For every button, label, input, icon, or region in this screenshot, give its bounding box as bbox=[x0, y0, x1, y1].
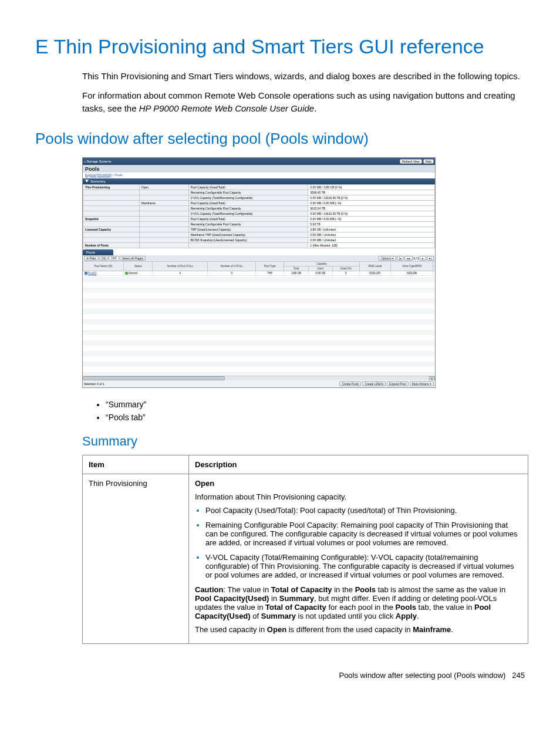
col-num-vvols[interactable]: Number of V-VOLs bbox=[208, 261, 256, 271]
pool-link[interactable]: Pool(0) bbox=[88, 272, 97, 275]
cell-usedp: 0 bbox=[332, 271, 359, 275]
col-num-pool-vols[interactable]: Number of Pool VOLs bbox=[153, 261, 208, 271]
col-raid[interactable]: RAID Level bbox=[359, 261, 390, 271]
col-udt-w[interactable]: Warning bbox=[433, 266, 435, 271]
select-all-pages-button[interactable]: Select All Pages bbox=[120, 256, 146, 261]
breadcrumb-explorer-link[interactable]: Explorer(S/N:64030) bbox=[85, 173, 112, 177]
cell-ptype: THP bbox=[256, 271, 284, 275]
status-icon bbox=[125, 272, 128, 275]
summary-cell: BC/SS Snapshot (Used/Licensed Capacity) bbox=[188, 237, 308, 242]
create-pools-button[interactable]: Create Pools bbox=[339, 382, 361, 386]
page-next-icon[interactable]: ▸ bbox=[420, 256, 426, 261]
summary-cell bbox=[83, 205, 140, 211]
summary-cell: Snapshot bbox=[83, 216, 140, 221]
intro-p1: This Thin Provisioning and Smart Tiers w… bbox=[82, 70, 525, 83]
col-cap-used[interactable]: Used bbox=[308, 266, 332, 271]
horizontal-scrollbar[interactable]: ▸ bbox=[83, 376, 435, 380]
summary-row: Remaining Configurable Pool Capacity5.93… bbox=[83, 221, 435, 227]
summary-cell: Pool Capacity (Used/Total) bbox=[188, 216, 308, 221]
filter-button[interactable]: ✲ Filter bbox=[84, 256, 99, 261]
summary-cell bbox=[139, 242, 188, 248]
summary-cell: Open bbox=[139, 184, 188, 190]
page-footer: Pools window after selecting pool (Pools… bbox=[35, 671, 525, 680]
bullet-pools-tab[interactable]: “Pools tab” bbox=[106, 413, 525, 422]
summary-cell: 0.00 MB / 13018.36 TB [0 %] bbox=[308, 195, 435, 200]
top-bar: « Storage Systems Refresh View Help bbox=[83, 158, 435, 165]
summary-cell: Mainframe THP (Used/Licensed Capacity) bbox=[188, 232, 308, 237]
cell-status: Normal bbox=[129, 272, 137, 275]
intro-p2c: . bbox=[314, 103, 316, 113]
summary-cell: 0.00 MB / 0.00 MB [- %] bbox=[308, 200, 435, 205]
summary-heading: Summary bbox=[82, 434, 525, 449]
summary-cell: 0.00 MB / Unlimited bbox=[308, 237, 435, 242]
col-cap-used-pct[interactable]: Used (%) bbox=[332, 266, 359, 271]
summary-row: Thin ProvisioningOpenPool Capacity (Used… bbox=[83, 184, 435, 190]
summary-cell: Pool Capacity (Used/Total) bbox=[188, 184, 308, 190]
summary-cell bbox=[139, 227, 188, 232]
section-heading: Pools window after selecting pool (Pools… bbox=[35, 130, 525, 148]
summary-desc-table: Item Description Thin Provisioning Open … bbox=[82, 455, 528, 644]
intro-p2: For information about common Remote Web … bbox=[82, 89, 525, 116]
col-drive[interactable]: Drive Type/RPM bbox=[391, 261, 433, 271]
scroll-thumb[interactable] bbox=[83, 376, 225, 380]
summary-row: SnapshotPool Capacity (Used/Total)0.00 M… bbox=[83, 216, 435, 221]
options-button[interactable]: Options ▾ bbox=[379, 256, 396, 261]
summary-cell bbox=[83, 232, 140, 237]
footer-text: Pools window after selecting pool (Pools… bbox=[339, 671, 505, 680]
table-row[interactable]: Pool(0) Normal 4 0 THP 3.89 GB 0.00 GB 0… bbox=[83, 271, 436, 275]
bullet-remaining-cap: Remaining Configurable Pool Capacity: Re… bbox=[205, 521, 522, 547]
summary-cell: V-VOL Capacity (Total/Remaining Configur… bbox=[188, 211, 308, 216]
cell-npvol: 4 bbox=[153, 271, 208, 275]
col-cap-total[interactable]: Total bbox=[284, 266, 308, 271]
col-pool-name[interactable]: Pool Name (ID) bbox=[83, 261, 124, 271]
expand-pool-button[interactable]: Expand Pool bbox=[387, 382, 408, 386]
collapse-icon bbox=[85, 180, 89, 183]
summary-cell: Licensed Capacity bbox=[83, 227, 140, 232]
scroll-right-icon[interactable]: ▸ bbox=[429, 376, 435, 380]
col-status[interactable]: Status bbox=[124, 261, 153, 271]
bullet-summary[interactable]: “Summary” bbox=[106, 400, 525, 409]
filter-on[interactable]: ON bbox=[99, 256, 109, 261]
page-of: / 1 bbox=[416, 256, 419, 260]
summary-cell: 3615.24 TB bbox=[308, 205, 435, 211]
col-item: Item bbox=[83, 455, 189, 474]
summary-row: V-VOL Capacity (Total/Remaining Configur… bbox=[83, 211, 435, 216]
table-row: Thin Provisioning Open Information about… bbox=[83, 474, 528, 643]
page-number: 1 bbox=[413, 256, 415, 260]
pools-grid: Pool Name (ID) Status Number of Pool VOL… bbox=[83, 261, 435, 376]
col-capacity[interactable]: Capacity bbox=[284, 261, 359, 266]
summary-cell: 5.93 TB bbox=[308, 221, 435, 227]
filter-row: ✲ Filter ON OFF Select All Pages Options… bbox=[83, 255, 435, 261]
pools-header: Pools bbox=[83, 165, 435, 173]
summary-row: V-VOL Capacity (Total/Remaining Configur… bbox=[83, 195, 435, 200]
summary-cell bbox=[139, 190, 188, 195]
breadcrumb-current: Pools bbox=[115, 173, 123, 177]
filter-off[interactable]: OFF bbox=[109, 256, 119, 261]
open-line: Information about Thin Provisioning capa… bbox=[195, 492, 522, 501]
create-ldevs-button[interactable]: Create LDEVs bbox=[362, 382, 386, 386]
summary-cell bbox=[83, 190, 140, 195]
summary-cell: Remaining Configurable Pool Capacity bbox=[188, 221, 308, 227]
bullet-pool-capacity: Pool Capacity (Used/Total): Pool capacit… bbox=[205, 506, 522, 515]
col-udt[interactable]: User-Defined Threshold (%) bbox=[433, 261, 435, 266]
help-button[interactable]: Help bbox=[423, 159, 434, 164]
storage-systems-link[interactable]: « Storage Systems bbox=[84, 160, 111, 163]
cell-drive: SAS/15k bbox=[391, 271, 433, 275]
summary-bar[interactable]: Summary bbox=[83, 178, 435, 184]
summary-cell bbox=[83, 211, 140, 216]
pool-icon bbox=[85, 272, 87, 275]
footer-pageno: 245 bbox=[512, 671, 525, 680]
col-description: Description bbox=[189, 455, 528, 474]
page-last-icon[interactable]: ▸| bbox=[427, 256, 434, 261]
page-prev-icon[interactable]: ◂◂ bbox=[404, 256, 413, 261]
summary-cell: 3589.45 TB bbox=[308, 190, 435, 195]
summary-row: Licensed CapacityTHP (Used/Licensed Capa… bbox=[83, 227, 435, 232]
summary-cell: 0.00 MB / 3.89 GB [0 %] bbox=[308, 184, 435, 190]
col-pool-type[interactable]: Pool Type bbox=[256, 261, 284, 271]
more-actions-button[interactable]: More Actions ▾ bbox=[410, 382, 434, 386]
page-first-icon[interactable]: |◂ bbox=[397, 256, 404, 261]
summary-cell: Number of Pools bbox=[83, 242, 140, 248]
refresh-view-button[interactable]: Refresh View bbox=[400, 159, 422, 164]
pools-tab[interactable]: Pools bbox=[83, 249, 113, 255]
cell-raid: 5(3D+1P) bbox=[359, 271, 390, 275]
